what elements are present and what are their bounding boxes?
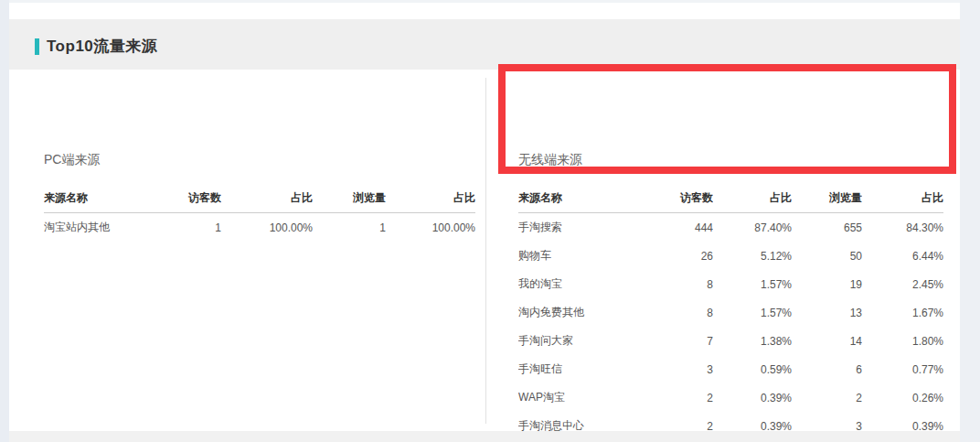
section-title-band: Top10流量来源: [9, 19, 960, 70]
metric-cell: 50: [792, 250, 862, 263]
traffic-sources-panel: PC端来源 来源名称访客数占比浏览量占比 淘宝站内其他1100.00%1100.…: [9, 70, 960, 430]
metric-cell: 100.00%: [221, 221, 313, 234]
metric-cell: 0.59%: [713, 363, 792, 376]
metric-cell: 0.77%: [862, 363, 943, 376]
source-name-cell: WAP淘宝: [518, 390, 617, 405]
metric-cell: 14: [792, 335, 862, 348]
metric-cell: 19: [792, 278, 862, 291]
metric-cell: 100.00%: [386, 221, 475, 234]
table-row: 淘内免费其他81.57%131.67%: [518, 298, 943, 327]
column-header: 浏览量: [313, 190, 386, 206]
metric-cell: 8: [617, 278, 713, 291]
left-gutter: [0, 0, 9, 442]
metric-cell: 1.57%: [713, 278, 792, 291]
table-row: 手淘旺信30.59%60.77%: [518, 355, 943, 383]
metric-cell: 1: [313, 221, 386, 234]
metric-cell: 7: [617, 335, 713, 348]
source-name-cell: 淘内免费其他: [518, 305, 617, 320]
wireless-sources-section: 无线端来源 来源名称访客数占比浏览量占比 手淘搜索44487.40%65584.…: [518, 150, 943, 442]
metric-cell: 1: [134, 221, 221, 234]
table-row: 购物车265.12%506.44%: [518, 242, 943, 270]
metric-cell: 1.67%: [862, 307, 943, 319]
column-header: 来源名称: [44, 190, 134, 206]
bottom-band: [9, 431, 960, 442]
metric-cell: 1.80%: [862, 335, 943, 348]
column-header: 占比: [221, 190, 313, 206]
page-title: Top10流量来源: [47, 36, 157, 57]
column-divider: [485, 78, 486, 424]
table-row: 手淘搜索44487.40%65584.30%: [518, 213, 943, 242]
source-name-cell: 购物车: [518, 248, 617, 264]
metric-cell: 0.26%: [862, 392, 943, 404]
column-header: 浏览量: [792, 190, 862, 206]
metric-cell: 5.12%: [713, 250, 792, 263]
source-name-cell: 淘宝站内其他: [44, 220, 134, 235]
table-row: 手淘问大家71.38%141.80%: [518, 327, 943, 355]
metric-cell: 26: [617, 250, 713, 263]
metric-cell: 2.45%: [862, 278, 943, 291]
metric-cell: 6.44%: [862, 250, 943, 263]
source-name-cell: 手淘搜索: [518, 220, 617, 235]
metric-cell: 84.30%: [862, 221, 943, 234]
metric-cell: 13: [792, 307, 862, 319]
source-name-cell: 手淘旺信: [518, 361, 617, 377]
metric-cell: 2: [617, 392, 713, 404]
table-body: 手淘搜索44487.40%65584.30%购物车265.12%506.44%我…: [518, 213, 943, 442]
column-header: 来源名称: [518, 190, 617, 206]
metric-cell: 3: [617, 363, 713, 376]
metric-cell: 1.57%: [713, 307, 792, 319]
table-row: 我的淘宝81.57%192.45%: [518, 270, 943, 298]
title-accent-bar: [35, 38, 39, 55]
metric-cell: 1.38%: [713, 335, 792, 348]
metric-cell: 444: [617, 221, 713, 234]
table-row: 淘宝站内其他1100.00%1100.00%: [44, 213, 475, 242]
metric-cell: 87.40%: [713, 221, 792, 234]
section-title-row: Top10流量来源: [35, 36, 157, 57]
right-gutter: [960, 0, 980, 442]
source-name-cell: 我的淘宝: [518, 276, 617, 292]
pc-sources-label: PC端来源: [44, 150, 475, 168]
table-body: 淘宝站内其他1100.00%1100.00%: [44, 213, 475, 242]
metric-cell: 2: [792, 392, 862, 404]
source-name-cell: 手淘问大家: [518, 333, 617, 349]
metric-cell: 6: [792, 363, 862, 376]
table-header-row: 来源名称访客数占比浏览量占比: [518, 183, 943, 213]
wireless-sources-label: 无线端来源: [518, 150, 943, 168]
top-border: [9, 0, 960, 3]
column-header: 占比: [386, 190, 475, 206]
table-row: WAP淘宝20.39%20.26%: [518, 383, 943, 412]
column-header: 占比: [862, 190, 943, 206]
table-header-row: 来源名称访客数占比浏览量占比: [44, 183, 475, 213]
metric-cell: 0.39%: [713, 392, 792, 404]
pc-sources-section: PC端来源 来源名称访客数占比浏览量占比 淘宝站内其他1100.00%1100.…: [44, 150, 475, 242]
dashboard-page: Top10流量来源 PC端来源 来源名称访客数占比浏览量占比 淘宝站内其他110…: [0, 0, 980, 442]
metric-cell: 8: [617, 307, 713, 319]
column-header: 占比: [713, 190, 792, 206]
column-header: 访客数: [617, 190, 713, 206]
column-header: 访客数: [134, 190, 221, 206]
metric-cell: 655: [792, 221, 862, 234]
